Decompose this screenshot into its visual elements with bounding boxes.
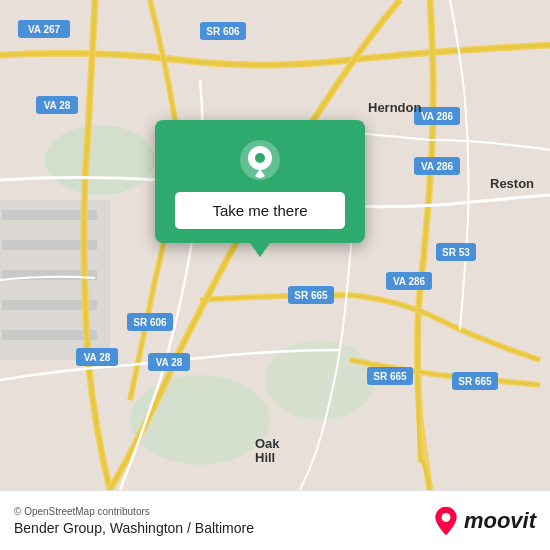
location-text: Bender Group, Washington / Baltimore bbox=[14, 520, 254, 536]
moovit-pin-icon bbox=[432, 505, 460, 537]
svg-text:VA 28: VA 28 bbox=[84, 352, 111, 363]
copyright-text: © OpenStreetMap contributors bbox=[14, 506, 254, 517]
svg-text:SR 665: SR 665 bbox=[458, 376, 492, 387]
svg-text:VA 28: VA 28 bbox=[44, 100, 71, 111]
take-me-there-button[interactable]: Take me there bbox=[175, 192, 345, 229]
popup-card: Take me there bbox=[155, 120, 365, 243]
bottom-bar: © OpenStreetMap contributors Bender Grou… bbox=[0, 490, 550, 550]
svg-text:VA 286: VA 286 bbox=[421, 111, 454, 122]
svg-text:SR 53: SR 53 bbox=[442, 247, 470, 258]
svg-text:SR 665: SR 665 bbox=[373, 371, 407, 382]
svg-text:Reston: Reston bbox=[490, 176, 534, 191]
svg-text:Herndon: Herndon bbox=[368, 100, 422, 115]
svg-text:SR 606: SR 606 bbox=[206, 26, 240, 37]
svg-text:SR 606: SR 606 bbox=[133, 317, 167, 328]
svg-text:VA 28: VA 28 bbox=[156, 357, 183, 368]
svg-text:VA 267: VA 267 bbox=[28, 24, 61, 35]
moovit-brand-text: moovit bbox=[464, 508, 536, 534]
svg-rect-9 bbox=[2, 330, 97, 340]
svg-text:Oak: Oak bbox=[255, 436, 280, 451]
location-pin-icon bbox=[238, 138, 282, 182]
svg-point-1 bbox=[45, 125, 155, 195]
svg-point-43 bbox=[441, 513, 450, 522]
svg-text:VA 286: VA 286 bbox=[393, 276, 426, 287]
svg-text:Hill: Hill bbox=[255, 450, 275, 465]
bottom-left-info: © OpenStreetMap contributors Bender Grou… bbox=[14, 506, 254, 536]
moovit-logo: moovit bbox=[432, 505, 536, 537]
svg-text:SR 665: SR 665 bbox=[294, 290, 328, 301]
svg-text:VA 286: VA 286 bbox=[421, 161, 454, 172]
map-container: VA 267 VA 28 VA 28 VA 28 SR 606 SR 606 S… bbox=[0, 0, 550, 490]
svg-point-42 bbox=[255, 153, 265, 163]
